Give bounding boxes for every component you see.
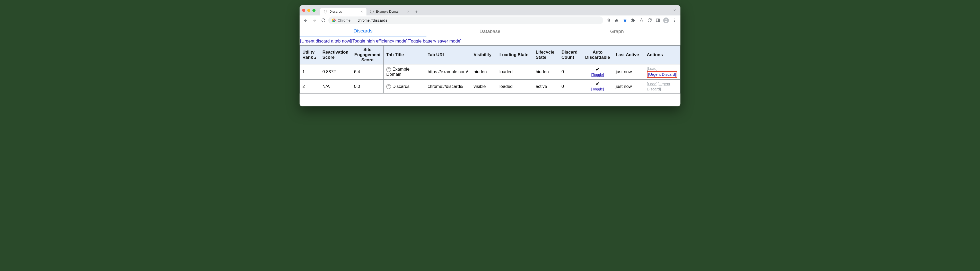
col-engagement[interactable]: Site Engagement Score	[351, 46, 384, 64]
toolbar: Chrome | chrome://discards	[299, 16, 681, 25]
cell-engagement: 6.4	[351, 64, 384, 80]
cell-loading: loaded	[497, 80, 533, 94]
minimize-window-button[interactable]	[307, 9, 310, 12]
bookmark-star-icon[interactable]	[621, 17, 628, 24]
globe-icon	[370, 10, 374, 13]
svg-point-11	[665, 19, 667, 20]
forward-button[interactable]	[311, 17, 318, 24]
toggle-auto-discard-link[interactable]: [Toggle]	[591, 73, 604, 77]
highlight-box: [Urgent Discard]	[647, 71, 677, 78]
cell-auto-discardable: ✔[Toggle]	[582, 80, 613, 94]
cell-title: Discards	[383, 80, 425, 94]
cell-discard-count: 0	[559, 64, 582, 80]
cell-rank: 2	[300, 80, 320, 94]
share-icon[interactable]	[613, 17, 620, 24]
svg-point-14	[674, 21, 675, 22]
svg-point-12	[674, 19, 675, 19]
cell-title: Example Domain	[383, 64, 425, 80]
col-tab-title[interactable]: Tab Title	[383, 46, 425, 64]
toolbar-actions	[605, 17, 678, 24]
cell-rank: 1	[300, 64, 320, 80]
new-tab-button[interactable]: +	[413, 8, 420, 16]
globe-icon	[386, 84, 391, 89]
globe-icon	[324, 10, 327, 13]
cell-actions: [Load][Urgent Discard]	[644, 64, 681, 80]
svg-rect-9	[656, 19, 660, 22]
page-tabs: Discards Database Graph	[299, 25, 681, 38]
labs-icon[interactable]	[638, 17, 645, 24]
sort-asc-icon: ▲	[314, 56, 317, 59]
svg-point-13	[674, 20, 675, 21]
cell-actions: [Load][Urgent Discard]	[644, 80, 681, 94]
toggle-battery-link[interactable]: [Toggle battery saver mode]	[407, 39, 461, 43]
subtab-database[interactable]: Database	[426, 25, 553, 37]
urgent-discard-action[interactable]: [Urgent Discard]	[648, 72, 676, 77]
extensions-icon[interactable]	[630, 17, 637, 24]
update-icon[interactable]	[646, 17, 653, 24]
load-action: [Load]	[647, 66, 657, 70]
side-panel-icon[interactable]	[654, 17, 662, 24]
table-row: 10.83726.4Example Domainhttps://example.…	[300, 64, 681, 80]
close-tab-icon[interactable]: ×	[361, 10, 363, 14]
toggle-auto-discard-link[interactable]: [Toggle]	[591, 87, 604, 91]
browser-window: Discards × Example Domain × + Chr	[299, 5, 681, 107]
load-action: [Load]	[647, 82, 657, 86]
zoom-icon[interactable]	[605, 17, 612, 24]
close-window-button[interactable]	[302, 9, 305, 12]
cell-reactivation: N/A	[320, 80, 351, 94]
close-tab-icon[interactable]: ×	[407, 10, 409, 14]
kebab-menu-icon[interactable]	[671, 17, 678, 24]
cell-lifecycle: active	[533, 80, 559, 94]
col-discard-count[interactable]: Discard Count	[559, 46, 582, 64]
cell-url: chrome://discards/	[425, 80, 471, 94]
col-auto-discard[interactable]: Auto Discardable	[582, 46, 613, 64]
svg-marker-8	[623, 18, 627, 22]
col-loading[interactable]: Loading State	[497, 46, 533, 64]
col-utility-rank[interactable]: Utility Rank▲	[300, 46, 320, 64]
address-bar[interactable]: Chrome | chrome://discards	[328, 16, 603, 24]
cell-last-active: just now	[613, 80, 644, 94]
page-content: Discards Database Graph [Urgent discard …	[299, 25, 681, 107]
col-last-active[interactable]: Last Active	[613, 46, 644, 64]
origin-label: Chrome	[338, 18, 350, 22]
quick-actions-row: [Urgent discard a tab now][Toggle high e…	[299, 38, 681, 45]
toggle-efficiency-link[interactable]: [Toggle high efficiency mode]	[351, 39, 407, 43]
check-icon: ✔	[585, 67, 611, 72]
cell-lifecycle: hidden	[533, 64, 559, 80]
svg-line-5	[609, 21, 610, 22]
cell-auto-discardable: ✔[Toggle]	[582, 64, 613, 80]
browser-tab[interactable]: Example Domain ×	[366, 8, 413, 16]
subtab-graph[interactable]: Graph	[554, 25, 681, 37]
tab-title: Example Domain	[376, 10, 405, 13]
col-reactivation[interactable]: Reactivation Score	[320, 46, 351, 64]
profile-avatar[interactable]	[662, 17, 670, 24]
separator: |	[353, 18, 356, 22]
browser-tab[interactable]: Discards ×	[320, 8, 366, 16]
urgent-discard-link[interactable]: [Urgent discard a tab now]	[300, 39, 351, 43]
maximize-window-button[interactable]	[312, 9, 315, 12]
subtab-discards[interactable]: Discards	[299, 25, 426, 37]
table-row: 2N/A0.0Discardschrome://discards/visible…	[300, 80, 681, 94]
col-lifecycle[interactable]: Lifecycle State	[533, 46, 559, 64]
chrome-icon	[332, 19, 336, 22]
discards-table: Utility Rank▲ Reactivation Score Site En…	[299, 45, 681, 94]
col-tab-url[interactable]: Tab URL	[425, 46, 471, 64]
col-visibility[interactable]: Visibility	[471, 46, 497, 64]
cell-reactivation: 0.8372	[320, 64, 351, 80]
url-path: chrome://discards	[358, 18, 387, 22]
titlebar: Discards × Example Domain × +	[299, 5, 681, 16]
cell-loading: loaded	[497, 64, 533, 80]
back-button[interactable]	[302, 17, 309, 24]
cell-visibility: visible	[471, 80, 497, 94]
cell-url: https://example.com/	[425, 64, 471, 80]
tab-strip: Discards × Example Domain × +	[320, 5, 420, 16]
reload-button[interactable]	[320, 17, 327, 24]
cell-visibility: hidden	[471, 64, 497, 80]
tab-title: Discards	[329, 10, 359, 13]
traffic-lights	[302, 9, 315, 12]
cell-discard-count: 0	[559, 80, 582, 94]
cell-engagement: 0.0	[351, 80, 384, 94]
col-actions[interactable]: Actions	[644, 46, 681, 64]
tab-overview-button[interactable]	[672, 8, 678, 13]
cell-last-active: just now	[613, 64, 644, 80]
